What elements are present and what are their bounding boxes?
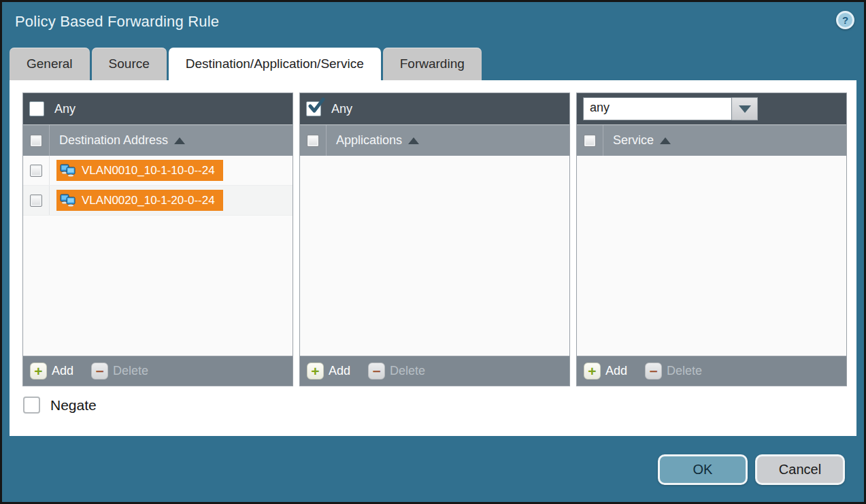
row-checkbox[interactable] [30,165,42,177]
network-address-icon [60,164,77,178]
add-plus-icon: + [584,363,601,380]
applications-any-bar: Any [300,93,569,124]
list-item[interactable]: VLAN0020_10-1-20-0--24 [23,186,293,216]
destination-any-checkbox[interactable] [29,101,44,116]
destination-address-panel: Any Destination Address [22,93,293,386]
address-object-chip[interactable]: VLAN0010_10-1-10-0--24 [56,160,223,181]
applications-select-all-checkbox[interactable] [307,135,319,147]
address-object-name: VLAN0020_10-1-20-0--24 [82,194,215,207]
policy-forwarding-dialog: Policy Based Forwarding Rule ? General S… [0,0,866,504]
help-icon[interactable]: ? [836,11,854,29]
destination-column-label: Destination Address [59,133,168,148]
cancel-button[interactable]: Cancel [755,454,845,485]
negate-row: Negate [23,397,97,414]
checkmark-icon [307,97,325,115]
address-object-chip[interactable]: VLAN0020_10-1-20-0--24 [56,190,223,211]
delete-minus-icon: − [91,363,108,380]
destination-list: VLAN0010_10-1-10-0--24 [23,156,293,356]
add-plus-icon: + [30,363,47,380]
applications-column-label: Applications [336,133,402,148]
add-plus-icon: + [307,363,324,380]
destination-any-bar: Any [23,93,293,124]
destination-add-button[interactable]: + Add [30,363,73,380]
applications-add-button[interactable]: + Add [307,363,350,380]
applications-footer: + Add − Delete [300,356,569,386]
tab-bar: General Source Destination/Application/S… [10,48,482,80]
row-checkbox[interactable] [30,195,42,207]
tab-general[interactable]: General [10,48,90,80]
service-dropdown-button[interactable] [732,97,758,120]
destination-column-header[interactable]: Destination Address [23,124,293,156]
delete-minus-icon: − [645,363,662,380]
service-delete-button[interactable]: − Delete [645,363,702,380]
negate-label: Negate [50,397,97,414]
applications-panel: Any Applications + Add − Delete [299,93,570,386]
column-divider [49,156,50,185]
ok-button[interactable]: OK [658,454,748,485]
applications-delete-button[interactable]: − Delete [368,363,425,380]
column-divider [49,186,50,215]
sort-ascending-icon [174,137,185,144]
service-column-header[interactable]: Service [577,124,846,156]
delete-minus-icon: − [368,363,385,380]
service-list [577,156,846,356]
column-divider [49,125,50,156]
service-footer: + Add − Delete [577,356,846,386]
sort-ascending-icon [408,137,419,144]
service-panel: any Service + Add [576,93,847,386]
applications-any-label: Any [331,102,352,116]
service-dropdown: any [583,97,758,120]
negate-checkbox[interactable] [23,397,40,414]
list-item[interactable]: VLAN0010_10-1-10-0--24 [23,156,293,186]
applications-any-checkbox[interactable] [306,101,321,116]
service-dropdown-value[interactable]: any [583,97,732,120]
tab-source[interactable]: Source [92,48,167,80]
tab-destination-application-service[interactable]: Destination/Application/Service [169,48,381,80]
destination-delete-button[interactable]: − Delete [91,363,148,380]
network-address-icon [60,194,77,207]
service-add-button[interactable]: + Add [584,363,627,380]
address-object-name: VLAN0010_10-1-10-0--24 [82,164,215,178]
applications-list [300,156,569,356]
column-divider [326,125,327,156]
service-dropdown-bar: any [577,93,846,124]
sort-ascending-icon [660,137,671,144]
column-divider [603,125,603,156]
tab-forwarding[interactable]: Forwarding [383,48,482,80]
service-column-label: Service [613,133,654,148]
destination-select-all-checkbox[interactable] [30,135,42,147]
dialog-title: Policy Based Forwarding Rule [15,13,219,31]
tab-content: Any Destination Address [10,80,856,436]
service-select-all-checkbox[interactable] [584,135,596,147]
destination-footer: + Add − Delete [23,356,293,386]
applications-column-header[interactable]: Applications [300,124,569,156]
chevron-down-icon [739,105,751,113]
destination-any-label: Any [54,102,76,116]
